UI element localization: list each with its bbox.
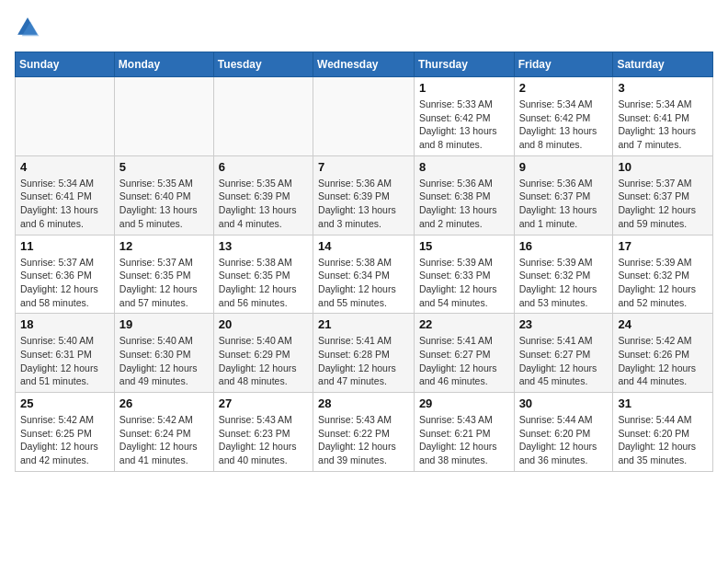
calendar-cell <box>313 77 415 156</box>
day-detail: Sunrise: 5:44 AM Sunset: 6:20 PM Dayligh… <box>519 413 609 467</box>
weekday-header: Saturday <box>613 52 713 77</box>
day-detail: Sunrise: 5:42 AM Sunset: 6:25 PM Dayligh… <box>20 413 109 467</box>
calendar-week-row: 1Sunrise: 5:33 AM Sunset: 6:42 PM Daylig… <box>16 77 713 156</box>
day-number: 14 <box>318 239 409 253</box>
calendar-week-row: 4Sunrise: 5:34 AM Sunset: 6:41 PM Daylig… <box>16 155 713 235</box>
day-detail: Sunrise: 5:37 AM Sunset: 6:37 PM Dayligh… <box>618 177 708 231</box>
day-number: 25 <box>20 396 109 410</box>
day-detail: Sunrise: 5:41 AM Sunset: 6:27 PM Dayligh… <box>519 334 609 388</box>
weekday-header: Monday <box>114 52 213 77</box>
day-detail: Sunrise: 5:37 AM Sunset: 6:35 PM Dayligh… <box>119 256 209 310</box>
calendar-table: SundayMondayTuesdayWednesdayThursdayFrid… <box>15 52 713 472</box>
day-detail: Sunrise: 5:34 AM Sunset: 6:42 PM Dayligh… <box>519 98 609 152</box>
day-detail: Sunrise: 5:41 AM Sunset: 6:27 PM Dayligh… <box>419 334 509 388</box>
day-number: 2 <box>519 81 609 95</box>
day-detail: Sunrise: 5:42 AM Sunset: 6:24 PM Dayligh… <box>119 413 209 467</box>
calendar-cell: 3Sunrise: 5:34 AM Sunset: 6:41 PM Daylig… <box>613 77 713 156</box>
calendar-cell <box>213 77 313 156</box>
day-detail: Sunrise: 5:34 AM Sunset: 6:41 PM Dayligh… <box>20 177 109 231</box>
day-number: 26 <box>119 396 209 410</box>
day-number: 22 <box>419 317 509 331</box>
calendar-week-row: 18Sunrise: 5:40 AM Sunset: 6:31 PM Dayli… <box>16 314 713 393</box>
calendar-cell: 4Sunrise: 5:34 AM Sunset: 6:41 PM Daylig… <box>16 155 115 235</box>
day-detail: Sunrise: 5:38 AM Sunset: 6:35 PM Dayligh… <box>219 256 308 310</box>
day-number: 27 <box>219 396 308 410</box>
day-detail: Sunrise: 5:36 AM Sunset: 6:39 PM Dayligh… <box>318 177 409 231</box>
calendar-cell: 2Sunrise: 5:34 AM Sunset: 6:42 PM Daylig… <box>514 77 613 156</box>
day-number: 28 <box>318 396 409 410</box>
calendar-cell: 10Sunrise: 5:37 AM Sunset: 6:37 PM Dayli… <box>613 155 713 235</box>
calendar-cell: 27Sunrise: 5:43 AM Sunset: 6:23 PM Dayli… <box>213 393 313 472</box>
day-number: 8 <box>419 160 509 174</box>
day-detail: Sunrise: 5:33 AM Sunset: 6:42 PM Dayligh… <box>419 98 509 152</box>
day-detail: Sunrise: 5:39 AM Sunset: 6:32 PM Dayligh… <box>519 256 609 310</box>
calendar-cell: 14Sunrise: 5:38 AM Sunset: 6:34 PM Dayli… <box>313 235 415 314</box>
calendar-cell: 30Sunrise: 5:44 AM Sunset: 6:20 PM Dayli… <box>514 393 613 472</box>
calendar-cell: 8Sunrise: 5:36 AM Sunset: 6:38 PM Daylig… <box>414 155 514 235</box>
day-number: 17 <box>618 239 708 253</box>
logo <box>15 15 44 40</box>
calendar-cell: 18Sunrise: 5:40 AM Sunset: 6:31 PM Dayli… <box>16 314 115 393</box>
calendar-cell: 21Sunrise: 5:41 AM Sunset: 6:28 PM Dayli… <box>313 314 415 393</box>
day-detail: Sunrise: 5:34 AM Sunset: 6:41 PM Dayligh… <box>618 98 708 152</box>
day-detail: Sunrise: 5:35 AM Sunset: 6:40 PM Dayligh… <box>119 177 209 231</box>
day-number: 18 <box>20 317 109 331</box>
day-number: 10 <box>618 160 708 174</box>
weekday-header: Tuesday <box>213 52 313 77</box>
calendar-cell: 28Sunrise: 5:43 AM Sunset: 6:22 PM Dayli… <box>313 393 415 472</box>
logo-icon <box>15 15 40 40</box>
weekday-header: Wednesday <box>313 52 415 77</box>
day-detail: Sunrise: 5:40 AM Sunset: 6:31 PM Dayligh… <box>20 334 109 388</box>
day-detail: Sunrise: 5:44 AM Sunset: 6:20 PM Dayligh… <box>618 413 708 467</box>
calendar-cell: 22Sunrise: 5:41 AM Sunset: 6:27 PM Dayli… <box>414 314 514 393</box>
day-number: 7 <box>318 160 409 174</box>
day-detail: Sunrise: 5:39 AM Sunset: 6:33 PM Dayligh… <box>419 256 509 310</box>
day-number: 30 <box>519 396 609 410</box>
day-detail: Sunrise: 5:40 AM Sunset: 6:30 PM Dayligh… <box>119 334 209 388</box>
calendar-cell: 20Sunrise: 5:40 AM Sunset: 6:29 PM Dayli… <box>213 314 313 393</box>
day-detail: Sunrise: 5:43 AM Sunset: 6:22 PM Dayligh… <box>318 413 409 467</box>
day-detail: Sunrise: 5:41 AM Sunset: 6:28 PM Dayligh… <box>318 334 409 388</box>
calendar-cell: 9Sunrise: 5:36 AM Sunset: 6:37 PM Daylig… <box>514 155 613 235</box>
day-detail: Sunrise: 5:39 AM Sunset: 6:32 PM Dayligh… <box>618 256 708 310</box>
day-number: 3 <box>618 81 708 95</box>
day-detail: Sunrise: 5:37 AM Sunset: 6:36 PM Dayligh… <box>20 256 109 310</box>
day-number: 12 <box>119 239 209 253</box>
calendar-cell: 29Sunrise: 5:43 AM Sunset: 6:21 PM Dayli… <box>414 393 514 472</box>
day-number: 15 <box>419 239 509 253</box>
day-detail: Sunrise: 5:42 AM Sunset: 6:26 PM Dayligh… <box>618 334 708 388</box>
calendar-cell: 7Sunrise: 5:36 AM Sunset: 6:39 PM Daylig… <box>313 155 415 235</box>
calendar-cell: 15Sunrise: 5:39 AM Sunset: 6:33 PM Dayli… <box>414 235 514 314</box>
calendar-cell: 6Sunrise: 5:35 AM Sunset: 6:39 PM Daylig… <box>213 155 313 235</box>
day-detail: Sunrise: 5:35 AM Sunset: 6:39 PM Dayligh… <box>219 177 308 231</box>
calendar-cell: 24Sunrise: 5:42 AM Sunset: 6:26 PM Dayli… <box>613 314 713 393</box>
calendar-cell: 23Sunrise: 5:41 AM Sunset: 6:27 PM Dayli… <box>514 314 613 393</box>
calendar-week-row: 25Sunrise: 5:42 AM Sunset: 6:25 PM Dayli… <box>16 393 713 472</box>
day-number: 9 <box>519 160 609 174</box>
calendar-cell: 13Sunrise: 5:38 AM Sunset: 6:35 PM Dayli… <box>213 235 313 314</box>
day-number: 6 <box>219 160 308 174</box>
day-number: 11 <box>20 239 109 253</box>
weekday-header: Thursday <box>414 52 514 77</box>
calendar-cell: 1Sunrise: 5:33 AM Sunset: 6:42 PM Daylig… <box>414 77 514 156</box>
day-detail: Sunrise: 5:36 AM Sunset: 6:38 PM Dayligh… <box>419 177 509 231</box>
day-number: 24 <box>618 317 708 331</box>
day-detail: Sunrise: 5:43 AM Sunset: 6:23 PM Dayligh… <box>219 413 308 467</box>
day-detail: Sunrise: 5:36 AM Sunset: 6:37 PM Dayligh… <box>519 177 609 231</box>
day-number: 16 <box>519 239 609 253</box>
day-number: 13 <box>219 239 308 253</box>
day-number: 1 <box>419 81 509 95</box>
calendar-cell: 26Sunrise: 5:42 AM Sunset: 6:24 PM Dayli… <box>114 393 213 472</box>
day-number: 4 <box>20 160 109 174</box>
day-number: 19 <box>119 317 209 331</box>
calendar-cell: 17Sunrise: 5:39 AM Sunset: 6:32 PM Dayli… <box>613 235 713 314</box>
calendar-cell: 5Sunrise: 5:35 AM Sunset: 6:40 PM Daylig… <box>114 155 213 235</box>
day-number: 29 <box>419 396 509 410</box>
day-number: 31 <box>618 396 708 410</box>
day-detail: Sunrise: 5:40 AM Sunset: 6:29 PM Dayligh… <box>219 334 308 388</box>
day-number: 23 <box>519 317 609 331</box>
weekday-header: Friday <box>514 52 613 77</box>
day-number: 21 <box>318 317 409 331</box>
calendar-cell: 12Sunrise: 5:37 AM Sunset: 6:35 PM Dayli… <box>114 235 213 314</box>
day-detail: Sunrise: 5:38 AM Sunset: 6:34 PM Dayligh… <box>318 256 409 310</box>
